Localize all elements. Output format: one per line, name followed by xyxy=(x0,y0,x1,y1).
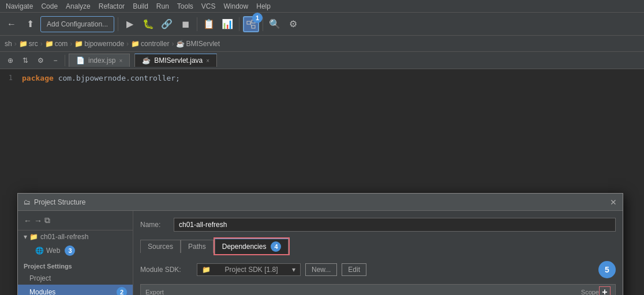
tab-index-jsp[interactable]: 📄 index.jsp × xyxy=(69,54,130,67)
split-button[interactable]: ⇅ xyxy=(20,55,31,66)
dialog-nav-header: ← → ⧉ xyxy=(18,211,133,230)
menu-help[interactable]: Help xyxy=(253,1,274,12)
sdk-select[interactable]: 📁 Project SDK [1.8] ▾ xyxy=(197,263,301,276)
chevron-sdk-icon: ▾ xyxy=(292,266,295,274)
new-tab-button[interactable]: ⊕ xyxy=(5,55,16,66)
name-row: Name: xyxy=(140,218,616,232)
menu-window[interactable]: Window xyxy=(220,1,252,12)
line-numbers: 1 xyxy=(0,74,17,82)
dialog-body: ← → ⧉ ▾ 📁 ch01-all-refresh 🌐 Web 3 Proje… xyxy=(18,211,623,295)
back-button[interactable]: ← xyxy=(3,16,20,32)
search-button[interactable]: 🔍 xyxy=(267,16,283,32)
name-label: Name: xyxy=(140,221,169,229)
project-settings-label: Project Settings xyxy=(18,258,133,272)
sdk-row: Module SDK: 📁 Project SDK [1.8] ▾ New...… xyxy=(140,261,616,278)
menu-run[interactable]: Run xyxy=(153,1,173,12)
sdk-value: Project SDK [1.8] xyxy=(224,266,278,274)
config-tabs-row: Sources Paths Dependencies 4 xyxy=(140,237,616,255)
name-input[interactable] xyxy=(174,218,616,232)
menu-bar: Navigate Code Analyze Refactor Build Run… xyxy=(0,0,644,13)
tree-expand-toggle[interactable]: ▾ 📁 ch01-all-refresh xyxy=(18,230,133,243)
menu-tools[interactable]: Tools xyxy=(174,1,197,12)
stop-button[interactable]: ◼ xyxy=(177,16,193,32)
menu-navigate[interactable]: Navigate xyxy=(2,1,36,12)
menu-analyze[interactable]: Analyze xyxy=(62,1,94,12)
circle-5-badge: 5 xyxy=(598,261,616,278)
nav-forward-button[interactable]: → xyxy=(34,216,42,225)
sdk-edit-button[interactable]: Edit xyxy=(342,263,366,276)
folder-icon-1: 📁 xyxy=(19,40,28,48)
gear-editor-icon[interactable]: ⚙ xyxy=(35,55,46,66)
java-file-icon: ☕ xyxy=(142,56,151,65)
web-icon: 🌐 xyxy=(35,247,44,255)
menu-vcs[interactable]: VCS xyxy=(198,1,219,12)
tree-web-item[interactable]: 🌐 Web 3 xyxy=(18,243,133,258)
forward-button[interactable]: ⬆ xyxy=(22,16,38,32)
dialog-title-text: Project Structure xyxy=(34,198,85,206)
dialog-icon: 🗂 xyxy=(24,198,31,206)
circle-2: 2 xyxy=(117,287,127,295)
code-content: package com.bjpowernode.controller; xyxy=(17,74,185,82)
tree-root-label: ch01-all-refresh xyxy=(40,233,88,241)
profile-button[interactable]: 📊 xyxy=(219,16,235,32)
run-button[interactable]: ▶ xyxy=(122,16,138,32)
config-tab-dependencies[interactable]: Dependencies 4 xyxy=(215,239,289,254)
java-icon-1: ☕ xyxy=(176,40,185,48)
nav-project[interactable]: Project xyxy=(18,272,133,285)
jsp-icon: 📄 xyxy=(76,56,85,65)
tab-bmiservlet-java[interactable]: ☕ BMIServlet.java × xyxy=(134,54,217,67)
nav-modules[interactable]: Modules 2 xyxy=(18,285,133,295)
dep-table-header: Export Scope + xyxy=(141,285,615,295)
tree-web-label: Web xyxy=(46,247,60,255)
circle-3: 3 xyxy=(65,245,75,256)
breadcrumb-com[interactable]: com xyxy=(55,40,68,48)
menu-build[interactable]: Build xyxy=(129,1,152,12)
folder-icon-2: 📁 xyxy=(45,40,54,48)
coverage-button[interactable]: 📋 xyxy=(201,16,217,32)
config-tab-paths[interactable]: Paths xyxy=(181,240,214,253)
nav-back-button[interactable]: ← xyxy=(24,216,32,225)
circle-4: 4 xyxy=(271,241,281,252)
menu-code[interactable]: Code xyxy=(38,1,61,12)
toolbar: ← ⬆ Add Configuration... ▶ 🐛 🔗 ◼ 📋 📊 1 🔍… xyxy=(0,13,644,36)
dialog-titlebar: 🗂 Project Structure ✕ xyxy=(18,194,623,211)
folder-ch01-icon: 📁 xyxy=(29,233,38,241)
close-tab-0[interactable]: × xyxy=(119,58,122,64)
dependency-table: Export Scope + 📦 1.8 (java version "1.8.… xyxy=(140,284,616,295)
config-tab-sources[interactable]: Sources xyxy=(140,240,181,253)
attach-button[interactable]: 🔗 xyxy=(159,16,175,32)
debug-button[interactable]: 🐛 xyxy=(140,16,156,32)
close-tab-1[interactable]: × xyxy=(206,58,209,64)
circle-badge-1: 1 xyxy=(252,13,263,23)
breadcrumb-sh[interactable]: sh xyxy=(5,40,12,48)
dep-add-button[interactable]: + xyxy=(599,286,611,295)
add-configuration-button[interactable]: Add Configuration... xyxy=(40,16,114,32)
breadcrumb-src[interactable]: src xyxy=(29,40,38,48)
sdk-label: Module SDK: xyxy=(140,266,192,274)
scope-label: Scope xyxy=(581,289,599,295)
folder-icon-3: 📁 xyxy=(74,40,83,48)
breadcrumb-controller[interactable]: controller xyxy=(141,40,169,48)
svg-rect-2 xyxy=(252,25,255,28)
folder-icon-4: 📁 xyxy=(131,40,140,48)
dialog-left-panel: ← → ⧉ ▾ 📁 ch01-all-refresh 🌐 Web 3 Proje… xyxy=(18,211,133,295)
sdk-icon: 📁 xyxy=(202,266,211,274)
nav-copy-button[interactable]: ⧉ xyxy=(44,215,50,225)
breadcrumb-bmiservlet[interactable]: BMIServlet xyxy=(186,40,220,48)
breadcrumb-bar: sh › 📁 src › 📁 com › 📁 bjpowernode › 📁 c… xyxy=(0,36,644,52)
menu-refactor[interactable]: Refactor xyxy=(95,1,128,12)
sdk-new-button[interactable]: New... xyxy=(305,263,337,276)
breadcrumb-bjpowernode[interactable]: bjpowernode xyxy=(84,40,124,48)
chevron-down-icon: ▾ xyxy=(24,233,27,241)
svg-rect-0 xyxy=(247,21,250,24)
project-structure-dialog: 🗂 Project Structure ✕ ← → ⧉ ▾ 📁 ch01-all… xyxy=(17,193,623,295)
export-label: Export xyxy=(145,289,164,295)
dialog-close-button[interactable]: ✕ xyxy=(610,198,617,207)
minus-button[interactable]: − xyxy=(50,55,61,66)
editor-area: 1 package com.bjpowernode.controller; xyxy=(0,69,644,101)
settings-button[interactable]: ⚙ xyxy=(285,16,301,32)
dialog-right-panel: Name: Sources Paths Dependencies 4 xyxy=(133,211,623,295)
